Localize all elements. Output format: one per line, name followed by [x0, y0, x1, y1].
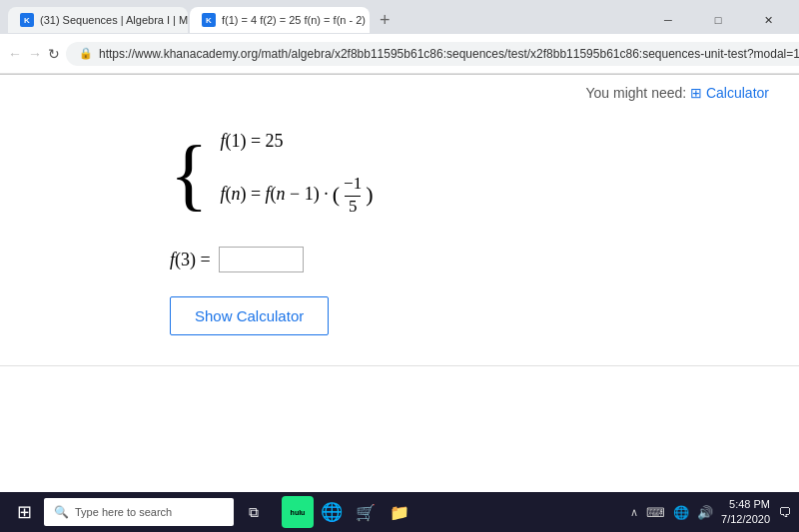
edge-app[interactable]: 🌐 — [316, 496, 348, 528]
math-problem: { f(1) = 25 f(n) = f(n − 1) · ( −1 5 ) f… — [0, 111, 799, 355]
time-text: 5:48 PM — [721, 497, 770, 512]
address-text: https://www.khanacademy.org/math/algebra… — [99, 47, 799, 61]
time-display: 5:48 PM 7/12/2020 — [721, 497, 770, 528]
piecewise-cases: f(1) = 25 f(n) = f(n − 1) · ( −1 5 ) — [220, 131, 373, 217]
you-might-need-text: You might need: — [586, 85, 687, 101]
answer-label: f(3) = — [170, 250, 211, 270]
calculator-grid-icon: ⊞ — [690, 85, 702, 101]
taskbar-search-text: Type here to search — [75, 506, 172, 518]
system-tray-icons: ∧ ⌨ 🌐 🔊 — [630, 505, 713, 520]
back-button[interactable]: ← — [8, 40, 22, 68]
you-might-need-section: You might need: ⊞ Calculator — [0, 85, 799, 111]
task-view-button[interactable]: ⧉ — [238, 496, 270, 528]
window-controls: ─ □ ✕ — [645, 6, 791, 34]
section-divider — [0, 365, 799, 366]
calculator-link-label: Calculator — [706, 85, 769, 101]
left-brace: { — [170, 134, 208, 214]
calculator-link[interactable]: ⊞ Calculator — [690, 85, 769, 101]
taskbar-search[interactable]: 🔍 Type here to search — [44, 498, 234, 526]
formula-line-1: f(1) = 25 — [220, 131, 373, 152]
files-app[interactable]: 📁 — [384, 496, 415, 528]
tab1-label: (31) Sequences | Algebra I | Ma... — [40, 14, 188, 26]
tab2-label: f(1) = 4 f(2) = 25 f(n) = f(n - 2) · — [222, 14, 370, 26]
forward-button[interactable]: → — [28, 40, 42, 68]
refresh-button[interactable]: ↻ — [48, 40, 60, 68]
address-bar[interactable]: 🔒 https://www.khanacademy.org/math/algeb… — [66, 42, 799, 66]
paren-open: ( — [333, 182, 340, 208]
page-content: You might need: ⊞ Calculator { f(1) = 25… — [0, 75, 799, 444]
date-text: 7/12/2020 — [721, 512, 770, 527]
taskbar-right: ∧ ⌨ 🌐 🔊 5:48 PM 7/12/2020 🗨 — [630, 497, 791, 528]
volume-icon: 🔊 — [697, 505, 713, 520]
negative-fraction: −1 5 — [344, 172, 362, 217]
taskbar: ⊞ 🔍 Type here to search ⧉ hulu 🌐 🛒 📁 ∧ ⌨… — [0, 492, 799, 532]
notification-icon[interactable]: 🗨 — [778, 505, 791, 520]
piecewise-function: { f(1) = 25 f(n) = f(n − 1) · ( −1 5 ) — [170, 131, 374, 217]
hulu-app[interactable]: hulu — [282, 496, 314, 528]
fn-text: f(n) = f(n − 1) · — [220, 184, 328, 205]
chevron-icon[interactable]: ∧ — [630, 506, 638, 519]
tab2-favicon: K — [202, 13, 216, 27]
tab1-favicon: K — [20, 13, 34, 27]
taskbar-search-icon: 🔍 — [54, 505, 69, 519]
minimize-button[interactable]: ─ — [645, 6, 691, 34]
paren-close: ) — [366, 182, 373, 208]
maximize-button[interactable]: □ — [695, 6, 741, 34]
answer-line: f(3) = — [170, 247, 799, 272]
network-icon: 🌐 — [673, 505, 689, 520]
new-tab-button[interactable]: + — [372, 11, 399, 29]
tab-2[interactable]: K f(1) = 4 f(2) = 25 f(n) = f(n - 2) · × — [190, 7, 370, 33]
tab-1[interactable]: K (31) Sequences | Algebra I | Ma... × — [8, 7, 188, 33]
start-button[interactable]: ⊞ — [8, 496, 40, 528]
lock-icon: 🔒 — [79, 47, 93, 60]
browser-chrome: K (31) Sequences | Algebra I | Ma... × K… — [0, 0, 799, 75]
nav-bar: ← → ↻ 🔒 https://www.khanacademy.org/math… — [0, 34, 799, 74]
title-bar: K (31) Sequences | Algebra I | Ma... × K… — [0, 0, 799, 34]
keyboard-icon: ⌨ — [646, 505, 665, 520]
store-app[interactable]: 🛒 — [350, 496, 382, 528]
answer-input[interactable] — [219, 247, 304, 272]
show-calculator-button[interactable]: Show Calculator — [170, 296, 329, 335]
close-button[interactable]: ✕ — [745, 6, 791, 34]
pinned-apps: hulu 🌐 🛒 📁 — [282, 496, 415, 528]
formula-line-2: f(n) = f(n − 1) · ( −1 5 ) — [220, 172, 373, 217]
